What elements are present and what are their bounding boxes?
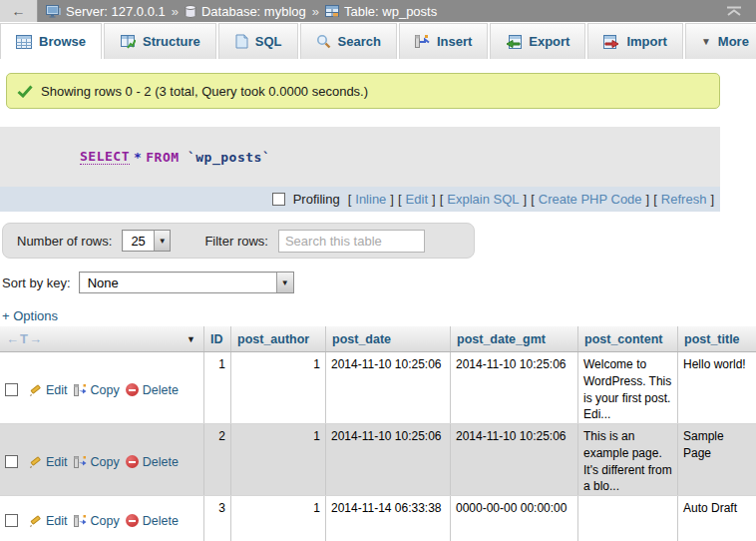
tab-sql[interactable]: SQL: [218, 23, 298, 59]
sql-keyword-select[interactable]: SELECT: [80, 149, 130, 165]
tab-label: Structure: [143, 34, 200, 49]
create-php-code-link[interactable]: Create PHP Code: [539, 192, 642, 207]
delete-row-link[interactable]: Delete: [126, 383, 179, 397]
header-actions-cell: ←T→ ▼: [0, 326, 204, 351]
copy-row-link[interactable]: Copy: [74, 514, 120, 528]
cell-post-title: Auto Draft: [678, 496, 756, 541]
copy-row-link[interactable]: Copy: [74, 383, 120, 397]
cell-post-author: 1: [231, 424, 326, 495]
explain-sql-link[interactable]: Explain SQL: [447, 192, 519, 207]
tab-import[interactable]: Import: [587, 23, 682, 59]
edit-query-link[interactable]: Edit: [406, 192, 428, 207]
table-icon: [325, 5, 339, 17]
delete-label: Delete: [143, 383, 179, 397]
tab-label: SQL: [255, 34, 282, 49]
delete-icon: [126, 514, 139, 527]
bracket: [: [398, 192, 402, 207]
tab-label: More: [718, 34, 749, 49]
sql-query-box: SELECT * FROM `wp_posts`: [0, 127, 720, 187]
pencil-icon: [28, 455, 42, 469]
table-row: Edit Copy Delete 1 1 2014-11-10 10:25:06…: [0, 352, 756, 424]
row-actions-cell: Edit Copy Delete: [0, 496, 204, 541]
cell-post-title: Hello world!: [678, 352, 756, 423]
phpmyadmin-browse-page: ← Server: 127.0.0.1 » Database: myblog »…: [0, 0, 756, 541]
sql-keyword-from: FROM: [146, 150, 179, 165]
import-icon: [603, 35, 619, 49]
delete-icon: [126, 455, 139, 468]
edit-row-link[interactable]: Edit: [28, 383, 68, 397]
edit-row-link[interactable]: Edit: [28, 455, 68, 469]
bracket: ]: [524, 192, 528, 207]
breadcrumb-separator: »: [171, 4, 180, 19]
column-header-post-date[interactable]: post_date: [326, 326, 451, 351]
show-all-columns-icon[interactable]: ←T→: [6, 331, 43, 346]
cell-id: 1: [204, 352, 231, 423]
browse-icon: [16, 35, 32, 49]
column-header-post-content[interactable]: post_content: [578, 326, 678, 351]
column-header-post-date-gmt[interactable]: post_date_gmt: [451, 326, 578, 351]
profiling-checkbox[interactable]: [272, 193, 285, 206]
sort-key-select[interactable]: None ▼: [79, 271, 294, 293]
cell-post-author: 1: [231, 352, 326, 423]
inline-link[interactable]: Inline: [355, 192, 386, 207]
number-of-rows-select[interactable]: 25 ▼: [122, 230, 171, 252]
options-toggle-link[interactable]: + Options: [2, 308, 58, 323]
tab-more[interactable]: ▼ More: [685, 23, 756, 59]
refresh-link[interactable]: Refresh: [661, 192, 707, 207]
sort-dropdown-icon[interactable]: ▼: [187, 334, 197, 344]
copy-row-link[interactable]: Copy: [74, 455, 120, 469]
tab-label: Search: [338, 34, 381, 49]
delete-row-link[interactable]: Delete: [126, 455, 179, 469]
cell-post-date-gmt: 2014-11-10 10:25:06: [451, 352, 578, 423]
check-icon: [17, 85, 33, 98]
structure-icon: [120, 35, 136, 49]
bracket: [: [653, 192, 657, 207]
row-checkbox[interactable]: [5, 514, 18, 527]
back-button[interactable]: ←: [0, 0, 38, 22]
tab-browse[interactable]: Browse: [0, 23, 102, 59]
bracket: ]: [432, 192, 436, 207]
delete-icon: [126, 383, 139, 396]
tab-export[interactable]: Export: [490, 23, 585, 59]
edit-row-link[interactable]: Edit: [28, 514, 68, 528]
tab-label: Export: [529, 34, 569, 49]
selected-value: 25: [123, 231, 153, 251]
delete-row-link[interactable]: Delete: [126, 514, 179, 528]
cell-post-date: 2014-11-10 10:25:06: [326, 424, 451, 495]
table-header-row: ←T→ ▼ ID post_author post_date post_date…: [0, 326, 756, 352]
cell-post-content: Welcome to WordPress. This is your first…: [578, 352, 678, 423]
column-header-post-author[interactable]: post_author: [231, 326, 326, 351]
tab-insert[interactable]: Insert: [399, 23, 488, 59]
cell-post-author: 1: [231, 496, 326, 541]
cell-post-date-gmt: 2014-11-10 10:25:06: [451, 424, 578, 495]
row-actions-cell: Edit Copy Delete: [0, 352, 204, 423]
cell-post-date: 2014-11-14 06:33:38: [326, 496, 451, 541]
filter-search-input[interactable]: [278, 230, 425, 253]
row-checkbox[interactable]: [5, 383, 18, 396]
delete-label: Delete: [143, 514, 179, 528]
edit-label: Edit: [46, 455, 68, 469]
breadcrumb-table[interactable]: Table: wp_posts: [344, 4, 437, 19]
column-header-post-title[interactable]: post_title: [678, 326, 756, 351]
copy-label: Copy: [91, 383, 120, 397]
row-checkbox[interactable]: [5, 455, 18, 468]
tab-structure[interactable]: Structure: [104, 23, 216, 59]
edit-label: Edit: [46, 383, 68, 397]
bracket: [: [440, 192, 444, 207]
tab-label: Insert: [437, 34, 472, 49]
copy-label: Copy: [91, 514, 120, 528]
breadcrumb-database[interactable]: Database: myblog: [201, 4, 306, 19]
pencil-icon: [28, 383, 42, 397]
tab-search[interactable]: Search: [300, 23, 397, 59]
collapse-button[interactable]: [726, 0, 756, 22]
column-header-id[interactable]: ID: [204, 326, 231, 351]
bracket: ]: [646, 192, 650, 207]
back-arrow-icon: ←: [12, 3, 26, 19]
insert-icon: [415, 34, 430, 49]
selected-value: None: [80, 272, 276, 292]
breadcrumb: Server: 127.0.0.1 » Database: myblog » T…: [38, 0, 726, 22]
database-icon: [185, 5, 196, 18]
chevron-down-icon: ▼: [276, 272, 293, 292]
server-icon: [46, 5, 61, 18]
breadcrumb-server[interactable]: Server: 127.0.0.1: [66, 4, 166, 19]
